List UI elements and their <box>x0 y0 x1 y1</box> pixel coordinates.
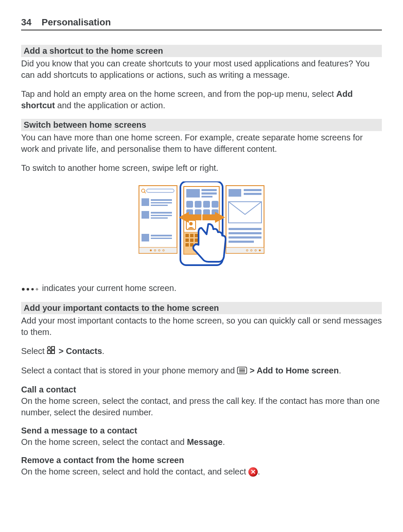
svg-rect-0 <box>139 186 177 253</box>
shortcut-p1: Did you know that you can create shortcu… <box>21 58 382 81</box>
send-p-c: . <box>223 437 225 447</box>
svg-rect-23 <box>244 193 261 195</box>
manual-page: 34 Personalisation Add a shortcut to the… <box>0 0 403 532</box>
svg-rect-65 <box>185 243 189 247</box>
switch-p1: You can have more than one home screen. … <box>21 132 382 155</box>
svg-rect-42 <box>203 201 210 208</box>
contacts-mem-c: Add to Home screen <box>256 366 338 375</box>
remove-p-c: . <box>258 467 260 476</box>
svg-rect-38 <box>202 192 217 195</box>
send-p-b: Message <box>187 437 223 447</box>
svg-rect-7 <box>151 205 168 206</box>
contacts-select-d: . <box>102 346 105 356</box>
svg-rect-52 <box>190 234 193 237</box>
svg-point-75 <box>27 288 29 291</box>
svg-rect-11 <box>151 217 168 219</box>
remove-p: On the home screen, select and hold the … <box>21 466 382 477</box>
section-heading-contacts: Add your important contacts to the home … <box>21 302 382 314</box>
svg-rect-12 <box>142 234 149 241</box>
page-title: Personalisation <box>41 17 111 28</box>
contacts-select-c: Contacts <box>66 346 102 356</box>
shortcut-p2c: and the application or action. <box>55 101 165 110</box>
svg-point-74 <box>22 288 25 291</box>
page-number: 34 <box>21 17 31 28</box>
switch-caption: indicates your current home screen. <box>21 282 382 294</box>
apps-menu-icon <box>47 346 56 357</box>
subheading-send: Send a message to a contact <box>21 426 382 436</box>
svg-rect-27 <box>229 236 261 239</box>
svg-rect-36 <box>186 189 200 197</box>
svg-rect-9 <box>151 212 172 214</box>
svg-rect-13 <box>151 235 172 236</box>
contacts-p1: Add your most important contacts to the … <box>21 315 382 338</box>
svg-rect-25 <box>229 228 261 230</box>
svg-rect-5 <box>151 199 172 201</box>
svg-rect-4 <box>142 198 149 206</box>
svg-rect-28 <box>229 241 254 243</box>
shortcut-p2: Tap and hold an empty area on the home s… <box>21 88 382 111</box>
svg-rect-15 <box>139 247 177 253</box>
subheading-call: Call a contact <box>21 385 382 395</box>
subheading-remove: Remove a contact from the home screen <box>21 455 382 465</box>
svg-rect-29 <box>226 247 264 253</box>
svg-rect-60 <box>195 239 198 242</box>
svg-rect-10 <box>151 215 172 216</box>
send-p: On the home screen, select the contact a… <box>21 436 382 448</box>
remove-p-a: On the home screen, select and hold the … <box>21 467 248 476</box>
contacts-mem-a: Select a contact that is stored in your … <box>21 366 237 375</box>
svg-rect-41 <box>195 201 202 208</box>
svg-rect-53 <box>195 234 198 237</box>
contacts-mem-d: . <box>339 366 341 375</box>
options-menu-icon <box>237 366 247 377</box>
svg-point-33 <box>259 250 261 252</box>
svg-point-76 <box>31 288 34 291</box>
contacts-memory: Select a contact that is stored in your … <box>21 365 382 377</box>
svg-rect-22 <box>244 189 261 191</box>
svg-rect-21 <box>229 189 241 197</box>
send-p-a: On the home screen, select the contact a… <box>21 437 187 447</box>
remove-x-icon: ✕ <box>248 467 258 477</box>
svg-rect-80 <box>48 351 51 354</box>
swipe-illustration <box>21 181 382 278</box>
svg-point-78 <box>48 347 51 350</box>
svg-rect-58 <box>185 239 189 242</box>
svg-rect-43 <box>212 201 218 208</box>
svg-rect-40 <box>186 201 193 208</box>
section-heading-shortcut: Add a shortcut to the home screen <box>21 45 382 57</box>
page-dots-icon <box>21 283 40 294</box>
svg-point-49 <box>189 222 193 225</box>
svg-rect-8 <box>142 211 149 219</box>
contacts-select-arrow: > <box>56 346 66 356</box>
svg-rect-77 <box>35 288 38 291</box>
contacts-select-a: Select <box>21 346 47 356</box>
svg-rect-39 <box>202 196 212 197</box>
switch-p2: To switch to another home screen, swipe … <box>21 162 382 174</box>
svg-rect-6 <box>151 202 172 203</box>
section-heading-switch: Switch between home screens <box>21 119 382 131</box>
svg-rect-14 <box>151 238 172 239</box>
svg-rect-26 <box>229 232 261 234</box>
svg-rect-51 <box>185 234 189 237</box>
svg-rect-37 <box>202 189 217 191</box>
page-header: 34 Personalisation <box>21 17 382 30</box>
contacts-select: Select > Contacts. <box>21 346 382 357</box>
svg-rect-59 <box>190 239 193 242</box>
shortcut-p2a: Tap and hold an empty area on the home s… <box>21 89 336 99</box>
svg-rect-79 <box>52 347 54 350</box>
contacts-mem-arrow: > <box>247 366 256 375</box>
call-p: On the home screen, select the contact, … <box>21 395 382 418</box>
switch-caption-text: indicates your current home screen. <box>40 283 177 293</box>
svg-point-16 <box>150 250 152 252</box>
svg-rect-24 <box>229 202 261 223</box>
svg-rect-81 <box>52 351 54 354</box>
